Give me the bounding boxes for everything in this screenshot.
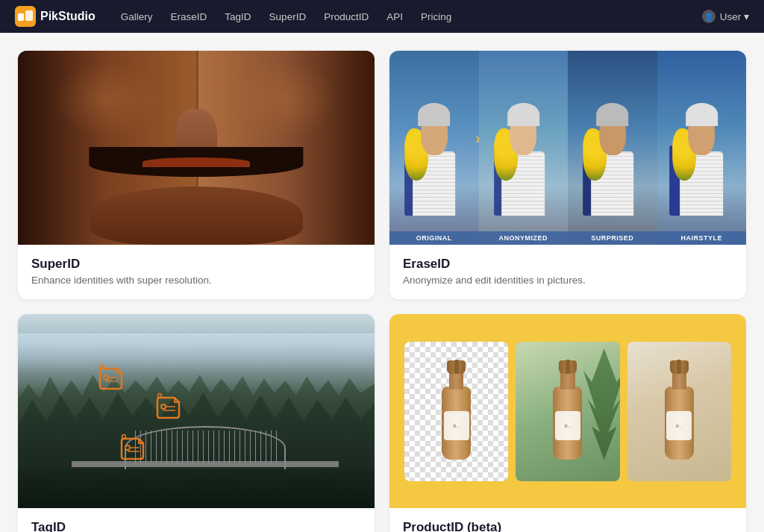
logo-text: PikStudio xyxy=(40,10,96,23)
nav-tagid[interactable]: TagID xyxy=(217,7,258,27)
svg-point-10 xyxy=(122,434,125,438)
tag-icon-1 xyxy=(96,363,126,395)
eraseid-title: EraseID xyxy=(403,257,733,272)
user-menu[interactable]: 👤 User ▾ xyxy=(702,10,749,23)
user-avatar-icon: 👤 xyxy=(702,10,716,23)
strip-hairstyle: HAIRSTYLE xyxy=(657,51,747,245)
productid-title: ProductID (beta) xyxy=(403,520,733,532)
navbar: PikStudio Gallery EraseID TagID SuperID … xyxy=(0,0,764,33)
superid-body: SuperID Enhance identities with super re… xyxy=(18,245,375,299)
productid-image: B... B... xyxy=(389,314,746,508)
bottle-label-1: B... xyxy=(444,411,469,440)
svg-rect-1 xyxy=(18,13,24,21)
product-transparent-bg: B... xyxy=(404,342,508,481)
bridge xyxy=(72,421,339,469)
eraseid-body: EraseID Anonymize and edit identities in… xyxy=(389,245,746,299)
pikstudio-logo-icon xyxy=(15,6,36,27)
superid-image xyxy=(18,51,375,245)
eraseid-card[interactable]: ORIGINAL › ANONYMIZED › xyxy=(389,51,746,299)
product-plant-bg: B... xyxy=(516,342,619,481)
tag-icon-2 xyxy=(154,392,184,425)
nav-eraseid[interactable]: EraseID xyxy=(163,7,215,27)
bottle-label-3: B... xyxy=(666,411,692,440)
tagid-title: TagID xyxy=(31,520,361,532)
eraseid-image: ORIGINAL › ANONYMIZED › xyxy=(389,51,746,245)
arrow-1: › xyxy=(476,128,479,148)
productid-body: ProductID (beta) Create backgrounds for … xyxy=(389,508,746,532)
logo[interactable]: PikStudio xyxy=(15,6,96,27)
label-surprised: SURPRISED xyxy=(568,231,657,245)
tagid-body: TagID Extract information from your imag… xyxy=(18,508,375,532)
nav-superid[interactable]: SuperID xyxy=(262,7,314,27)
nav-gallery[interactable]: Gallery xyxy=(113,7,160,27)
tagid-card[interactable]: TagID Extract information from your imag… xyxy=(18,314,375,532)
svg-point-6 xyxy=(161,404,166,409)
label-original: ORIGINAL xyxy=(389,231,479,245)
tagid-image xyxy=(18,314,375,508)
label-anonymized: ANONYMIZED xyxy=(479,231,569,245)
strip-surprised: SURPRISED › xyxy=(568,51,657,245)
nav-productid[interactable]: ProductID xyxy=(316,7,376,27)
bottle-label-2: B... xyxy=(555,411,580,440)
product-wood-bg: B... xyxy=(627,342,731,481)
svg-point-9 xyxy=(125,445,130,450)
strip-original: ORIGINAL › xyxy=(389,51,479,245)
superid-desc: Enhance identities with super resolution… xyxy=(31,275,361,286)
superid-title: SuperID xyxy=(31,257,361,272)
strip-anonymized: ANONYMIZED › xyxy=(479,51,569,245)
label-hairstyle: HAIRSTYLE xyxy=(657,231,747,245)
tag-icon-3 xyxy=(118,433,148,466)
main-grid: SuperID Enhance identities with super re… xyxy=(0,33,764,532)
nav-pricing[interactable]: Pricing xyxy=(413,7,459,27)
nav-api[interactable]: API xyxy=(379,7,410,27)
svg-rect-2 xyxy=(25,10,33,21)
productid-card[interactable]: B... B... xyxy=(389,314,746,532)
eraseid-desc: Anonymize and edit identities in picture… xyxy=(403,275,733,286)
svg-point-4 xyxy=(101,365,104,369)
svg-point-7 xyxy=(157,394,161,398)
nav-links: Gallery EraseID TagID SuperID ProductID … xyxy=(113,7,702,27)
svg-point-3 xyxy=(104,375,108,380)
user-label: User ▾ xyxy=(720,10,749,22)
superid-card[interactable]: SuperID Enhance identities with super re… xyxy=(18,51,375,299)
